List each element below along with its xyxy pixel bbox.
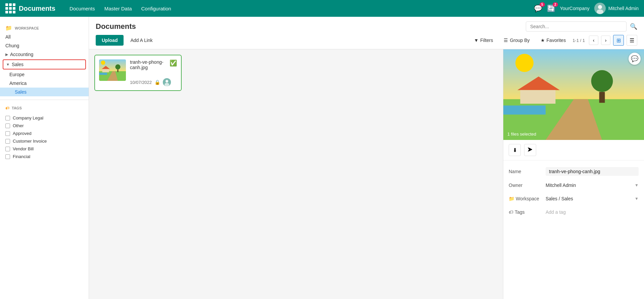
lock-icon: 🔒 — [154, 80, 160, 85]
messages-count: 5 — [540, 2, 545, 7]
panel-fields: Name tranh-ve-phong-canh.jpg Owner Mitch… — [503, 160, 644, 223]
name-field-row: Name tranh-ve-phong-canh.jpg — [503, 164, 644, 179]
tag-financial[interactable]: Financial — [5, 153, 83, 160]
name-label: Name — [509, 169, 542, 174]
tags-section: 🏷 TAGS — [0, 103, 89, 111]
workspace-label: WORKSPACE — [15, 26, 39, 30]
document-thumbnail — [99, 59, 126, 81]
download-button[interactable]: ⬇ — [509, 144, 521, 156]
right-panel: 💬 1 files selected ⬇ ⮞ Name tranh-ve-pho… — [503, 49, 644, 299]
owner-dropdown-arrow[interactable]: ▼ — [635, 183, 639, 188]
download-icon: ⬇ — [513, 147, 517, 153]
pagination-label: 1-1 / 1 — [572, 38, 585, 43]
workspace-folder-icon: 📁 — [509, 196, 514, 201]
thumbnail-canvas — [99, 59, 126, 81]
activities-badge[interactable]: 🔄 2 — [547, 4, 555, 12]
add-link-button[interactable]: Add A Link — [126, 35, 156, 46]
sidebar-divider — [0, 100, 89, 100]
document-info: tranh-ve-phong-canh.jpg ✅ 10/07/2022 🔒 — [130, 59, 177, 86]
filters-button[interactable]: ▼ Filters — [470, 36, 497, 45]
user-avatar — [594, 3, 606, 14]
chevron-down-icon: ▼ — [6, 62, 10, 66]
sidebar-item-accounting[interactable]: ▶ Accounting — [0, 50, 89, 59]
topnav: Documents Documents Master Data Configur… — [0, 0, 644, 17]
search-area: 🔍 — [526, 21, 637, 32]
grid-view-button[interactable]: ⊞ — [613, 35, 624, 46]
share-icon: ⮞ — [527, 147, 533, 153]
sidebar-item-sales-sub[interactable]: Sales — [0, 88, 89, 96]
tag-checkbox-other[interactable] — [5, 123, 10, 128]
nav-configuration[interactable]: Configuration — [137, 4, 175, 13]
favorites-button[interactable]: ★ Favorites — [537, 36, 570, 45]
star-icon: ★ — [541, 38, 545, 43]
preview-canvas — [503, 49, 644, 140]
workspace-section: 📁 WORKSPACE — [0, 22, 89, 33]
groupby-button[interactable]: ☰ Group By — [500, 36, 534, 45]
messages-badge[interactable]: 💬 5 — [534, 4, 542, 12]
toolbar-right: ▼ Filters ☰ Group By ★ Favorites 1-1 / 1… — [470, 35, 637, 46]
share-button[interactable]: ⮞ — [524, 144, 536, 156]
search-input[interactable] — [526, 21, 627, 32]
header-row2: Upload Add A Link ▼ Filters ☰ Group By ★… — [96, 35, 637, 46]
main-content: tranh-ve-phong-canh.jpg ✅ 10/07/2022 🔒 — [89, 49, 644, 299]
document-date: 10/07/2022 — [130, 80, 152, 85]
document-filename: tranh-ve-phong-canh.jpg — [130, 59, 170, 70]
tag-approved[interactable]: Approved — [5, 130, 83, 137]
owner-label: Owner — [509, 183, 542, 188]
app-grid-icon[interactable] — [5, 3, 15, 13]
tag-checkbox-customer-invoice[interactable] — [5, 139, 10, 144]
app-title: Documents — [19, 5, 55, 12]
page-title: Documents — [96, 22, 136, 31]
tag-checkbox-financial[interactable] — [5, 154, 10, 159]
header-row1: Documents 🔍 — [96, 21, 637, 32]
search-icon[interactable]: 🔍 — [630, 23, 637, 30]
document-card[interactable]: tranh-ve-phong-canh.jpg ✅ 10/07/2022 🔒 — [94, 55, 182, 91]
tag-other[interactable]: Other — [5, 122, 83, 130]
workspace-value-row: Sales / Sales ▼ — [546, 196, 639, 201]
list-view-button[interactable]: ☰ — [627, 35, 637, 46]
tag-customer-invoice[interactable]: Customer Invoice — [5, 137, 83, 145]
upload-button[interactable]: Upload — [96, 35, 124, 46]
user-menu[interactable]: Mitchell Admin — [594, 3, 639, 14]
owner-value-row: Mitchell Admin ▼ — [546, 183, 639, 188]
tag-company-legal[interactable]: Company Legal — [5, 114, 83, 122]
main-layout: 📁 WORKSPACE All Chung ▶ Accounting ▼ Sal… — [0, 17, 644, 299]
document-grid: tranh-ve-phong-canh.jpg ✅ 10/07/2022 🔒 — [89, 49, 503, 299]
sidebar-item-chung[interactable]: Chung — [0, 41, 89, 50]
app-logo[interactable]: Documents — [5, 3, 55, 13]
tag-label-icon: 🏷 — [509, 209, 513, 215]
tag-checkbox-approved[interactable] — [5, 131, 10, 136]
owner-field-row: Owner Mitchell Admin ▼ — [503, 179, 644, 192]
tag-vendor-bill[interactable]: Vendor Bill — [5, 145, 83, 153]
nav-masterdata[interactable]: Master Data — [100, 4, 136, 13]
workspace-folder-icon: 📁 — [5, 25, 12, 31]
tag-checkbox-company-legal[interactable] — [5, 116, 10, 120]
sidebar-item-america[interactable]: America — [0, 79, 89, 88]
sidebar-item-europe[interactable]: Europe — [0, 70, 89, 79]
sidebar-item-all[interactable]: All — [0, 33, 89, 41]
sidebar-item-sales[interactable]: ▼ Sales — [3, 59, 86, 69]
comment-button[interactable]: 💬 — [629, 53, 641, 65]
topnav-right: 💬 5 🔄 2 YourCompany Mitchell Admin — [534, 3, 639, 14]
toolbar-left: Upload Add A Link — [96, 35, 157, 46]
company-switcher[interactable]: YourCompany — [560, 6, 590, 11]
prev-page-button[interactable]: ‹ — [589, 36, 598, 45]
header-bar: Documents 🔍 Upload Add A Link ▼ Filters — [89, 17, 644, 49]
owner-value: Mitchell Admin — [546, 183, 576, 188]
document-owner-avatar — [163, 78, 171, 86]
tags-label: TAGS — [12, 106, 22, 110]
svg-point-4 — [166, 80, 168, 83]
files-selected-label: 1 files selected — [507, 132, 536, 137]
content-area: Documents 🔍 Upload Add A Link ▼ Filters — [89, 17, 644, 299]
tag-icon: 🏷 — [5, 106, 9, 110]
workspace-dropdown-arrow[interactable]: ▼ — [635, 196, 639, 201]
document-check-icon: ✅ — [170, 59, 177, 67]
nav-documents[interactable]: Documents — [65, 4, 99, 13]
chevron-right-icon: ▶ — [5, 52, 8, 57]
svg-point-5 — [165, 83, 169, 86]
tag-checkbox-vendor-bill[interactable] — [5, 147, 10, 151]
name-value[interactable]: tranh-ve-phong-canh.jpg — [546, 167, 639, 176]
tags-input[interactable]: Add a tag — [546, 209, 639, 215]
tags-list: Company Legal Other Approved Customer In… — [0, 111, 89, 163]
next-page-button[interactable]: › — [601, 36, 610, 45]
